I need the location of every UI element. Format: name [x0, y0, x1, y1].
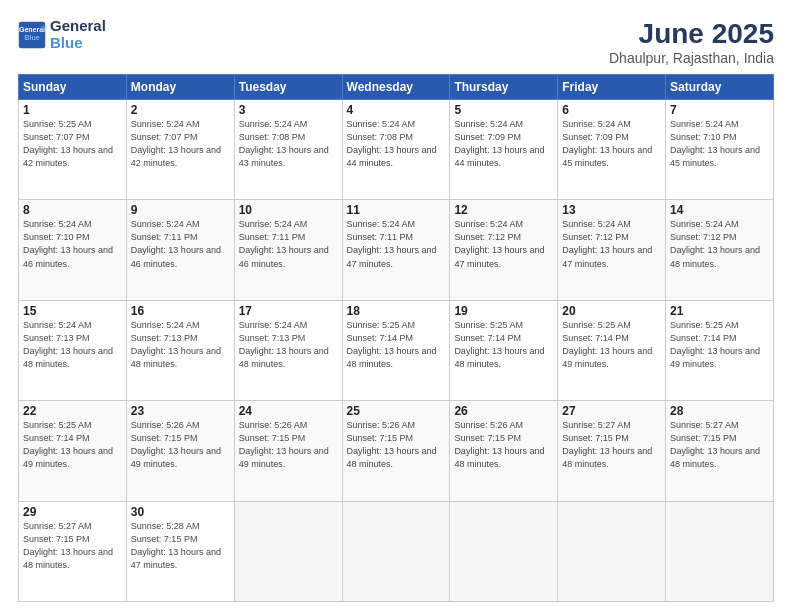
day-number: 29: [23, 505, 122, 519]
day-info: Sunrise: 5:25 AM Sunset: 7:07 PM Dayligh…: [23, 118, 122, 170]
day-number: 21: [670, 304, 769, 318]
table-row: 11 Sunrise: 5:24 AM Sunset: 7:11 PM Dayl…: [342, 200, 450, 300]
day-number: 5: [454, 103, 553, 117]
day-number: 27: [562, 404, 661, 418]
table-row: 10 Sunrise: 5:24 AM Sunset: 7:11 PM Dayl…: [234, 200, 342, 300]
table-row: 19 Sunrise: 5:25 AM Sunset: 7:14 PM Dayl…: [450, 300, 558, 400]
table-row: 16 Sunrise: 5:24 AM Sunset: 7:13 PM Dayl…: [126, 300, 234, 400]
svg-text:Blue: Blue: [24, 34, 39, 41]
table-row: 15 Sunrise: 5:24 AM Sunset: 7:13 PM Dayl…: [19, 300, 127, 400]
day-info: Sunrise: 5:26 AM Sunset: 7:15 PM Dayligh…: [454, 419, 553, 471]
day-info: Sunrise: 5:25 AM Sunset: 7:14 PM Dayligh…: [670, 319, 769, 371]
day-info: Sunrise: 5:26 AM Sunset: 7:15 PM Dayligh…: [239, 419, 338, 471]
day-info: Sunrise: 5:24 AM Sunset: 7:07 PM Dayligh…: [131, 118, 230, 170]
header-thursday: Thursday: [450, 75, 558, 100]
day-number: 6: [562, 103, 661, 117]
day-info: Sunrise: 5:24 AM Sunset: 7:11 PM Dayligh…: [131, 218, 230, 270]
day-info: Sunrise: 5:24 AM Sunset: 7:12 PM Dayligh…: [562, 218, 661, 270]
day-number: 8: [23, 203, 122, 217]
logo: General Blue General Blue: [18, 18, 106, 51]
table-row: [558, 501, 666, 601]
table-row: 7 Sunrise: 5:24 AM Sunset: 7:10 PM Dayli…: [666, 100, 774, 200]
day-number: 9: [131, 203, 230, 217]
table-row: [342, 501, 450, 601]
day-info: Sunrise: 5:24 AM Sunset: 7:13 PM Dayligh…: [239, 319, 338, 371]
day-info: Sunrise: 5:24 AM Sunset: 7:09 PM Dayligh…: [454, 118, 553, 170]
table-row: 18 Sunrise: 5:25 AM Sunset: 7:14 PM Dayl…: [342, 300, 450, 400]
day-number: 2: [131, 103, 230, 117]
location: Dhaulpur, Rajasthan, India: [609, 50, 774, 66]
table-row: 6 Sunrise: 5:24 AM Sunset: 7:09 PM Dayli…: [558, 100, 666, 200]
logo-text: General Blue: [50, 18, 106, 51]
table-row: 8 Sunrise: 5:24 AM Sunset: 7:10 PM Dayli…: [19, 200, 127, 300]
table-row: 3 Sunrise: 5:24 AM Sunset: 7:08 PM Dayli…: [234, 100, 342, 200]
table-row: 14 Sunrise: 5:24 AM Sunset: 7:12 PM Dayl…: [666, 200, 774, 300]
table-row: 4 Sunrise: 5:24 AM Sunset: 7:08 PM Dayli…: [342, 100, 450, 200]
header-sunday: Sunday: [19, 75, 127, 100]
table-row: 2 Sunrise: 5:24 AM Sunset: 7:07 PM Dayli…: [126, 100, 234, 200]
table-row: 26 Sunrise: 5:26 AM Sunset: 7:15 PM Dayl…: [450, 401, 558, 501]
day-info: Sunrise: 5:27 AM Sunset: 7:15 PM Dayligh…: [562, 419, 661, 471]
day-info: Sunrise: 5:25 AM Sunset: 7:14 PM Dayligh…: [562, 319, 661, 371]
day-info: Sunrise: 5:24 AM Sunset: 7:08 PM Dayligh…: [347, 118, 446, 170]
day-info: Sunrise: 5:24 AM Sunset: 7:13 PM Dayligh…: [23, 319, 122, 371]
day-number: 19: [454, 304, 553, 318]
table-row: 30 Sunrise: 5:28 AM Sunset: 7:15 PM Dayl…: [126, 501, 234, 601]
day-info: Sunrise: 5:24 AM Sunset: 7:10 PM Dayligh…: [670, 118, 769, 170]
day-info: Sunrise: 5:24 AM Sunset: 7:12 PM Dayligh…: [670, 218, 769, 270]
table-row: 20 Sunrise: 5:25 AM Sunset: 7:14 PM Dayl…: [558, 300, 666, 400]
header-saturday: Saturday: [666, 75, 774, 100]
table-row: [450, 501, 558, 601]
table-row: 12 Sunrise: 5:24 AM Sunset: 7:12 PM Dayl…: [450, 200, 558, 300]
month-title: June 2025: [609, 18, 774, 50]
day-info: Sunrise: 5:26 AM Sunset: 7:15 PM Dayligh…: [131, 419, 230, 471]
day-info: Sunrise: 5:24 AM Sunset: 7:11 PM Dayligh…: [347, 218, 446, 270]
day-info: Sunrise: 5:25 AM Sunset: 7:14 PM Dayligh…: [454, 319, 553, 371]
day-number: 3: [239, 103, 338, 117]
calendar-table: Sunday Monday Tuesday Wednesday Thursday…: [18, 74, 774, 602]
day-number: 25: [347, 404, 446, 418]
day-number: 12: [454, 203, 553, 217]
day-number: 14: [670, 203, 769, 217]
table-row: 1 Sunrise: 5:25 AM Sunset: 7:07 PM Dayli…: [19, 100, 127, 200]
table-row: 28 Sunrise: 5:27 AM Sunset: 7:15 PM Dayl…: [666, 401, 774, 501]
day-number: 23: [131, 404, 230, 418]
day-info: Sunrise: 5:26 AM Sunset: 7:15 PM Dayligh…: [347, 419, 446, 471]
table-row: 5 Sunrise: 5:24 AM Sunset: 7:09 PM Dayli…: [450, 100, 558, 200]
day-info: Sunrise: 5:27 AM Sunset: 7:15 PM Dayligh…: [670, 419, 769, 471]
calendar-row: 8 Sunrise: 5:24 AM Sunset: 7:10 PM Dayli…: [19, 200, 774, 300]
weekday-header-row: Sunday Monday Tuesday Wednesday Thursday…: [19, 75, 774, 100]
title-block: June 2025 Dhaulpur, Rajasthan, India: [609, 18, 774, 66]
day-number: 10: [239, 203, 338, 217]
day-info: Sunrise: 5:24 AM Sunset: 7:11 PM Dayligh…: [239, 218, 338, 270]
day-info: Sunrise: 5:27 AM Sunset: 7:15 PM Dayligh…: [23, 520, 122, 572]
table-row: 22 Sunrise: 5:25 AM Sunset: 7:14 PM Dayl…: [19, 401, 127, 501]
day-info: Sunrise: 5:25 AM Sunset: 7:14 PM Dayligh…: [23, 419, 122, 471]
table-row: 24 Sunrise: 5:26 AM Sunset: 7:15 PM Dayl…: [234, 401, 342, 501]
day-number: 11: [347, 203, 446, 217]
day-number: 7: [670, 103, 769, 117]
day-number: 13: [562, 203, 661, 217]
day-number: 1: [23, 103, 122, 117]
day-info: Sunrise: 5:24 AM Sunset: 7:09 PM Dayligh…: [562, 118, 661, 170]
day-number: 24: [239, 404, 338, 418]
table-row: [234, 501, 342, 601]
table-row: 17 Sunrise: 5:24 AM Sunset: 7:13 PM Dayl…: [234, 300, 342, 400]
header-tuesday: Tuesday: [234, 75, 342, 100]
calendar-row: 1 Sunrise: 5:25 AM Sunset: 7:07 PM Dayli…: [19, 100, 774, 200]
header-friday: Friday: [558, 75, 666, 100]
header-monday: Monday: [126, 75, 234, 100]
day-info: Sunrise: 5:24 AM Sunset: 7:08 PM Dayligh…: [239, 118, 338, 170]
day-number: 26: [454, 404, 553, 418]
day-info: Sunrise: 5:24 AM Sunset: 7:13 PM Dayligh…: [131, 319, 230, 371]
day-number: 17: [239, 304, 338, 318]
day-number: 16: [131, 304, 230, 318]
table-row: 29 Sunrise: 5:27 AM Sunset: 7:15 PM Dayl…: [19, 501, 127, 601]
table-row: 9 Sunrise: 5:24 AM Sunset: 7:11 PM Dayli…: [126, 200, 234, 300]
page: General Blue General Blue June 2025 Dhau…: [0, 0, 792, 612]
day-number: 28: [670, 404, 769, 418]
table-row: 25 Sunrise: 5:26 AM Sunset: 7:15 PM Dayl…: [342, 401, 450, 501]
day-info: Sunrise: 5:25 AM Sunset: 7:14 PM Dayligh…: [347, 319, 446, 371]
day-number: 22: [23, 404, 122, 418]
day-number: 18: [347, 304, 446, 318]
